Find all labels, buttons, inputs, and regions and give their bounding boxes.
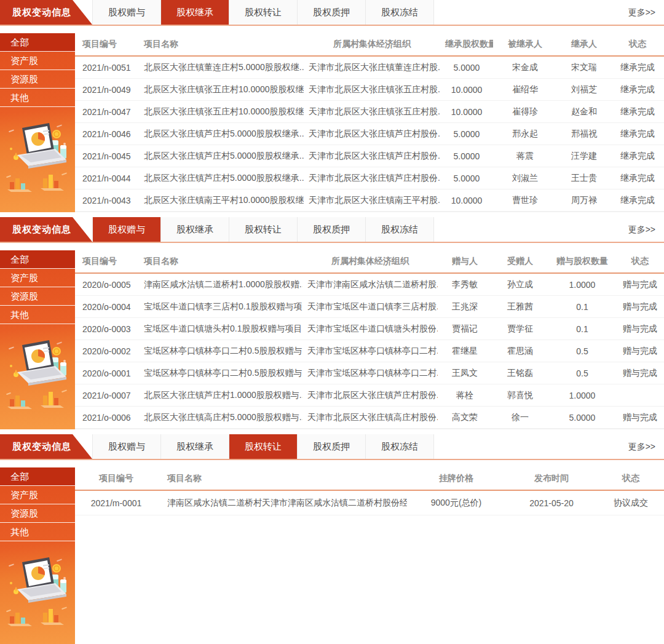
table-cell: 赠与完成 <box>616 368 664 379</box>
table-cell: 津南区咸水沽镇二道桥村天津市津南区咸水沽镇二道桥村股份经... <box>155 498 407 509</box>
tab-equity-freeze[interactable]: 股权冻结 <box>366 0 434 25</box>
tab-equity-freeze[interactable]: 股权冻结 <box>366 217 434 242</box>
table-header-row: 项目编号项目名称所属村集体经济组织继承股权数量被继承人继承人状态 <box>75 33 664 57</box>
table-cell: 刘淑兰 <box>493 173 557 184</box>
sidebar-item-asset-shares[interactable]: 资产股 <box>0 486 75 504</box>
table-cell: 天津市宝坻区林亭口镇林亭口二村... <box>302 368 438 379</box>
tab-equity-transfer[interactable]: 股权转让 <box>229 217 298 242</box>
more-link[interactable]: 更多>> <box>628 434 664 459</box>
column-header: 状态 <box>598 473 664 484</box>
table-row[interactable]: 2021/n-0046北辰区大张庄镇芦庄村5.0000股股权继承...天津市北辰… <box>75 123 664 145</box>
table-cell: 9000元(总价) <box>407 498 505 509</box>
more-link[interactable]: 更多>> <box>628 0 664 25</box>
sidebar-item-other[interactable]: 其他 <box>0 306 75 324</box>
laptop-illustration <box>0 541 75 644</box>
sidebar-item-all[interactable]: 全部 <box>0 250 75 269</box>
table-cell: 0.5 <box>548 346 616 356</box>
table-cell: 王兆深 <box>438 301 492 312</box>
table-cell: 继承完成 <box>611 195 664 206</box>
table-cell: 赵金和 <box>557 106 611 117</box>
table-cell: 郭喜悦 <box>492 390 548 401</box>
records-table: 项目编号项目名称所属村集体经济组织继承股权数量被继承人继承人状态2021/n-0… <box>75 33 664 212</box>
table-cell: 2020/o-0002 <box>75 346 139 356</box>
tab-equity-inheritance[interactable]: 股权继承 <box>161 434 229 459</box>
tab-equity-transfer[interactable]: 股权转让 <box>229 434 298 459</box>
table-row[interactable]: 2020/o-0003宝坻区牛道口镇塘头村0.1股股权赠与项目天津市宝坻区牛道口… <box>75 318 664 340</box>
table-cell: 北辰区大张庄镇张五庄村10.0000股股权继... <box>139 106 304 117</box>
table-cell: 2021/n-0051 <box>75 63 139 73</box>
column-header: 挂牌价格 <box>407 473 505 484</box>
tab-equity-transfer[interactable]: 股权转让 <box>229 0 298 25</box>
table-row[interactable]: 2021/n-0047北辰区大张庄镇张五庄村10.0000股股权继...天津市北… <box>75 101 664 123</box>
more-link[interactable]: 更多>> <box>628 217 664 242</box>
table-row[interactable]: 2020/o-0002宝坻区林亭口镇林亭口二村0.5股股权赠与...天津市宝坻区… <box>75 340 664 362</box>
table-row[interactable]: 2021/n-0045北辰区大张庄镇芦庄村5.0000股股权继承...天津市北辰… <box>75 145 664 167</box>
tab-equity-gift[interactable]: 股权赠与 <box>93 217 161 242</box>
tab-equity-gift[interactable]: 股权赠与 <box>93 434 161 459</box>
column-header: 项目名称 <box>139 39 304 50</box>
category-list: 全部资产股资源股其他 <box>0 467 75 541</box>
tab-equity-pledge[interactable]: 股权质押 <box>298 217 366 242</box>
sidebar-item-other[interactable]: 其他 <box>0 523 75 541</box>
table-row[interactable]: 2020/o-0001宝坻区林亭口镇林亭口二村0.5股股权赠与...天津市宝坻区… <box>75 362 664 384</box>
table-cell: 天津市宝坻区林亭口镇林亭口二村... <box>302 346 438 357</box>
section-banner-label: 股权变动信息 <box>0 0 92 25</box>
table-cell: 崔绍华 <box>493 84 557 95</box>
records-table: 项目编号项目名称所属村集体经济组织赠与人受赠人赠与股权数量状态2020/o-00… <box>75 250 664 429</box>
tab-equity-gift[interactable]: 股权赠与 <box>93 0 161 25</box>
column-header: 所属村集体经济组织 <box>304 39 440 50</box>
table-cell: 王雅茜 <box>492 301 548 312</box>
column-header: 继承人 <box>557 39 611 50</box>
table-cell: 天津市北辰区大张庄镇南王平村股... <box>304 195 440 206</box>
sidebar-item-asset-shares[interactable]: 资产股 <box>0 52 75 70</box>
sidebar-item-other[interactable]: 其他 <box>0 89 75 107</box>
table-cell: 津南区咸水沽镇二道桥村1.0000股股权赠... <box>139 279 302 290</box>
column-header: 受赠人 <box>492 256 548 267</box>
table-row[interactable]: 2021/o-0007北辰区大张庄镇芦庄村1.0000股股权赠与...天津市北辰… <box>75 384 664 407</box>
table-cell: 徐一 <box>492 412 548 423</box>
sidebar-item-all[interactable]: 全部 <box>0 33 75 52</box>
table-row[interactable]: 2021/n-0043北辰区大张庄镇南王平村10.0000股股权继...天津市北… <box>75 189 664 212</box>
table-row[interactable]: 2021/o-0006北辰区大张庄镇高庄村5.0000股股权赠与...天津市北辰… <box>75 407 664 429</box>
table-row[interactable]: 2021/n-0051北辰区大张庄镇董连庄村5.0000股股权继...天津市北辰… <box>75 57 664 79</box>
column-header: 发布时间 <box>505 473 598 484</box>
tab-equity-inheritance[interactable]: 股权继承 <box>161 0 229 25</box>
tab-bar: 股权赠与股权继承股权转让股权质押股权冻结 <box>92 217 434 242</box>
tab-equity-pledge[interactable]: 股权质押 <box>298 0 366 25</box>
table-row[interactable]: 2020/o-0005津南区咸水沽镇二道桥村1.0000股股权赠...天津市津南… <box>75 274 664 296</box>
records-table: 项目编号项目名称挂牌价格发布时间状态2021/m-0001津南区咸水沽镇二道桥村… <box>75 467 664 644</box>
table-row[interactable]: 2020/o-0004宝坻区牛道口镇李三店村0.1股股权赠与项目天津市宝坻区牛道… <box>75 296 664 318</box>
table-header-row: 项目编号项目名称挂牌价格发布时间状态 <box>75 467 664 491</box>
table-cell: 天津市宝坻区牛道口镇塘头村股份... <box>302 324 438 335</box>
tab-equity-inheritance[interactable]: 股权继承 <box>161 217 229 242</box>
column-header: 项目编号 <box>75 473 155 484</box>
table-cell: 宝坻区牛道口镇李三店村0.1股股权赠与项目 <box>139 301 302 312</box>
sidebar-item-all[interactable]: 全部 <box>0 467 75 486</box>
table-cell: 10.0000 <box>440 196 493 205</box>
sidebar-item-resource-shares[interactable]: 资源股 <box>0 70 75 89</box>
table-cell: 天津市北辰区大张庄镇芦庄村股份... <box>304 151 440 162</box>
column-header: 状态 <box>611 39 664 50</box>
table-cell: 2021/o-0007 <box>75 391 139 400</box>
section-header-band: 股权变动信息 股权赠与股权继承股权转让股权质押股权冻结 更多>> <box>0 217 664 243</box>
table-cell: 协议成交 <box>598 498 664 509</box>
table-cell: 10.0000 <box>440 107 493 117</box>
table-row[interactable]: 2021/n-0049北辰区大张庄镇张五庄村10.0000股股权继...天津市北… <box>75 79 664 101</box>
tab-equity-pledge[interactable]: 股权质押 <box>298 434 366 459</box>
table-cell: 天津市宝坻区牛道口镇李三店村股... <box>302 301 438 312</box>
table-row[interactable]: 2021/m-0001津南区咸水沽镇二道桥村天津市津南区咸水沽镇二道桥村股份经.… <box>75 491 664 515</box>
table-cell: 北辰区大张庄镇高庄村5.0000股股权赠与... <box>139 412 302 423</box>
table-cell: 继承完成 <box>611 62 664 73</box>
table-cell: 北辰区大张庄镇芦庄村5.0000股股权继承... <box>139 151 304 162</box>
equity-change-section: 股权变动信息 股权赠与股权继承股权转让股权质押股权冻结 更多>> 全部资产股资源… <box>0 0 664 212</box>
table-cell: 北辰区大张庄镇芦庄村1.0000股股权赠与... <box>139 390 302 401</box>
column-header: 赠与股权数量 <box>548 256 616 267</box>
sidebar-item-resource-shares[interactable]: 资源股 <box>0 287 75 306</box>
category-sidebar: 全部资产股资源股其他 <box>0 250 75 429</box>
sidebar-item-resource-shares[interactable]: 资源股 <box>0 504 75 523</box>
sidebar-item-asset-shares[interactable]: 资产股 <box>0 269 75 287</box>
table-row[interactable]: 2021/n-0044北辰区大张庄镇芦庄村5.0000股股权继承...天津市北辰… <box>75 167 664 189</box>
table-cell: 2021/n-0049 <box>75 85 139 95</box>
tab-equity-freeze[interactable]: 股权冻结 <box>366 434 434 459</box>
section-banner-label: 股权变动信息 <box>0 217 92 242</box>
